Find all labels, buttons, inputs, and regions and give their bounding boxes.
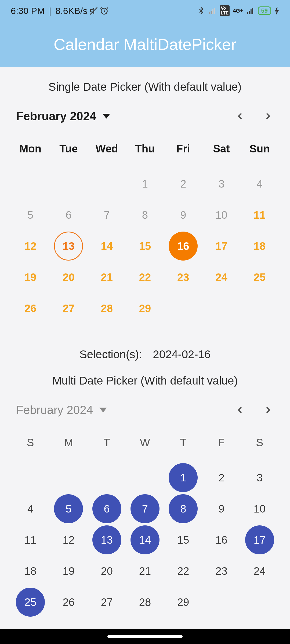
calendar-cell[interactable]: 1 (164, 462, 202, 493)
day-of-week-header: Tue (49, 136, 88, 168)
calendar-cell[interactable]: 18 (241, 230, 279, 262)
status-time: 6:30 PM (11, 6, 45, 16)
calendar-cell[interactable]: 27 (88, 587, 126, 618)
day-number: 18 (16, 557, 45, 586)
calendar-cell[interactable]: 25 (241, 262, 279, 293)
calendar-cell[interactable]: 18 (11, 555, 49, 587)
single-month-selector[interactable]: February 2024 (16, 109, 110, 123)
calendar-cell[interactable]: 10 (241, 493, 279, 524)
calendar-cell[interactable]: 27 (49, 293, 88, 324)
calendar-cell[interactable]: 1 (126, 168, 164, 199)
calendar-cell[interactable]: 16 (164, 230, 202, 262)
calendar-cell[interactable]: 23 (164, 262, 202, 293)
calendar-cell[interactable]: 16 (202, 524, 240, 555)
calendar-cell[interactable]: 26 (49, 587, 88, 618)
single-picker-title: Single Date Picker (With default value) (6, 80, 284, 93)
calendar-cell[interactable]: 5 (11, 199, 49, 230)
calendar-cell[interactable]: 20 (49, 262, 88, 293)
calendar-cell[interactable]: 22 (126, 262, 164, 293)
calendar-cell[interactable]: 7 (126, 493, 164, 524)
multi-prev-button[interactable] (234, 404, 246, 416)
calendar-cell[interactable]: 12 (11, 230, 49, 262)
calendar-cell[interactable]: 2 (164, 168, 202, 199)
charging-icon (274, 7, 279, 15)
calendar-cell[interactable]: 9 (202, 493, 240, 524)
day-number: 12 (54, 525, 83, 554)
status-bar: 6:30 PM | 8.6KB/s VoLTE 4G+ 59 (0, 0, 290, 21)
calendar-cell[interactable]: 19 (49, 555, 88, 587)
day-number: 16 (169, 232, 198, 261)
day-number: 19 (16, 263, 45, 292)
day-of-week-header: W (126, 430, 164, 462)
day-of-week-header: S (11, 430, 49, 462)
day-number: 27 (54, 294, 83, 323)
calendar-cell[interactable]: 3 (202, 168, 240, 199)
calendar-cell[interactable]: 4 (241, 168, 279, 199)
svg-rect-9 (252, 8, 253, 14)
calendar-cell[interactable]: 22 (164, 555, 202, 587)
calendar-cell[interactable]: 8 (126, 199, 164, 230)
calendar-cell[interactable]: 13 (88, 524, 126, 555)
calendar-cell[interactable]: 20 (88, 555, 126, 587)
day-number: 25 (245, 263, 274, 292)
calendar-cell[interactable]: 2 (202, 462, 240, 493)
calendar-cell[interactable]: 24 (241, 555, 279, 587)
calendar-cell[interactable]: 26 (11, 293, 49, 324)
day-number: 10 (245, 494, 274, 523)
calendar-cell[interactable]: 12 (49, 524, 88, 555)
day-number: 20 (92, 557, 121, 586)
calendar-cell[interactable]: 25 (11, 587, 49, 618)
day-number: 24 (207, 263, 236, 292)
calendar-cell[interactable]: 11 (11, 524, 49, 555)
calendar-cell[interactable]: 14 (88, 230, 126, 262)
multi-calendar-dow: SMTWTFS (6, 430, 284, 462)
day-number: 29 (169, 588, 198, 617)
calendar-cell[interactable]: 19 (11, 262, 49, 293)
day-number: 14 (130, 525, 160, 554)
day-number: 25 (16, 588, 45, 617)
calendar-cell[interactable]: 15 (126, 230, 164, 262)
calendar-cell[interactable]: 28 (126, 587, 164, 618)
single-prev-button[interactable] (234, 110, 246, 122)
calendar-cell (241, 293, 279, 324)
calendar-cell[interactable]: 21 (126, 555, 164, 587)
calendar-cell[interactable]: 17 (241, 524, 279, 555)
status-right: VoLTE 4G+ 59 (197, 5, 279, 16)
calendar-cell[interactable]: 23 (202, 555, 240, 587)
calendar-cell[interactable]: 6 (49, 199, 88, 230)
calendar-cell[interactable]: 29 (164, 587, 202, 618)
multi-month-selector[interactable]: February 2024 (16, 403, 107, 417)
calendar-cell[interactable]: 3 (241, 462, 279, 493)
single-next-button[interactable] (262, 110, 274, 122)
day-of-week-header: Sat (202, 136, 240, 168)
calendar-cell[interactable]: 17 (202, 230, 240, 262)
calendar-cell[interactable]: 8 (164, 493, 202, 524)
calendar-cell[interactable]: 10 (202, 199, 240, 230)
calendar-cell[interactable]: 21 (88, 262, 126, 293)
day-number: 17 (207, 232, 236, 261)
gesture-bar[interactable] (0, 629, 290, 644)
calendar-cell[interactable]: 28 (88, 293, 126, 324)
calendar-cell (49, 168, 88, 199)
day-of-week-header: Mon (11, 136, 49, 168)
multi-next-button[interactable] (262, 404, 274, 416)
calendar-cell[interactable]: 9 (164, 199, 202, 230)
calendar-cell[interactable]: 6 (88, 493, 126, 524)
day-number: 3 (245, 463, 274, 492)
dropdown-icon (99, 408, 107, 412)
day-of-week-header: Fri (164, 136, 202, 168)
calendar-cell[interactable]: 13 (49, 230, 88, 262)
calendar-cell[interactable]: 24 (202, 262, 240, 293)
day-number: 11 (245, 200, 274, 229)
volte-badge: VoLTE (220, 5, 230, 16)
multi-calendar-header: February 2024 (6, 403, 284, 430)
bluetooth-icon (197, 7, 205, 15)
calendar-cell[interactable]: 11 (241, 199, 279, 230)
calendar-cell[interactable]: 4 (11, 493, 49, 524)
dropdown-icon (103, 114, 110, 119)
calendar-cell[interactable]: 29 (126, 293, 164, 324)
calendar-cell[interactable]: 5 (49, 493, 88, 524)
calendar-cell[interactable]: 15 (164, 524, 202, 555)
calendar-cell[interactable]: 14 (126, 524, 164, 555)
calendar-cell[interactable]: 7 (88, 199, 126, 230)
